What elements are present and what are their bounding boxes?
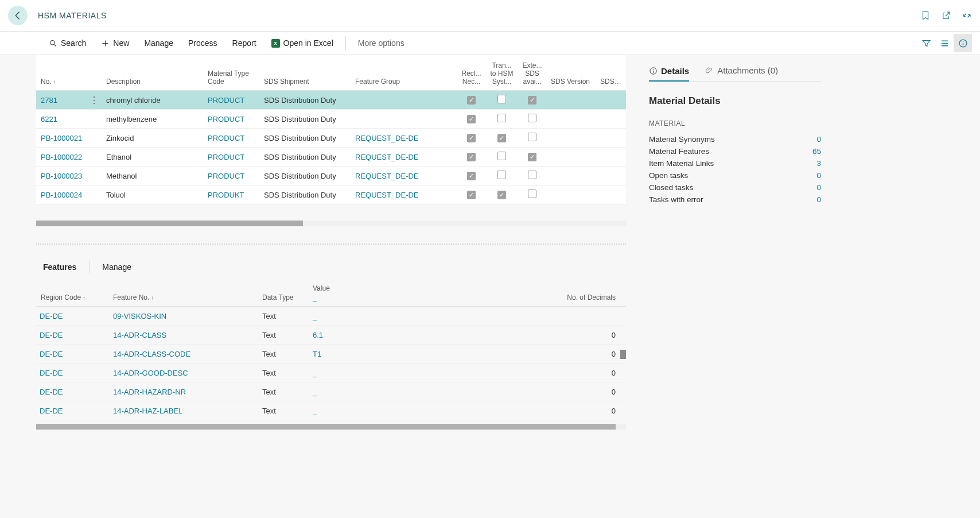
cell-material-type[interactable]: PRODUCT: [204, 153, 260, 161]
factbox-row-value[interactable]: 0: [816, 183, 821, 192]
cell-material-type[interactable]: PRODUCT: [204, 115, 260, 123]
material-no-link[interactable]: 6221: [41, 115, 57, 123]
factbox-tab-attachments[interactable]: Attachments (0): [705, 65, 778, 75]
manage-action[interactable]: Manage: [137, 32, 181, 55]
table-row[interactable]: PB-1000024ToluolPRODUKTSDS Distribution …: [36, 185, 626, 204]
cell-feature-group[interactable]: REQUEST_DE-DE: [352, 153, 456, 161]
col-value[interactable]: Value_: [309, 284, 562, 301]
checkbox-recl-nec[interactable]: [467, 153, 476, 161]
cell-feature-no[interactable]: 14-ADR-GOOD-DESC: [110, 369, 259, 377]
table-row[interactable]: DE-DE14-ADR-CLASS-CODETextT10: [36, 345, 626, 364]
col-recl-nec[interactable]: Recl... Nec...: [456, 69, 487, 86]
process-action[interactable]: Process: [181, 32, 225, 55]
material-no-link[interactable]: PB-1000021: [41, 134, 82, 142]
more-options-action[interactable]: More options: [351, 32, 412, 55]
col-sds-version[interactable]: SDS Version: [547, 78, 597, 86]
cell-material-type[interactable]: PRODUCT: [204, 96, 260, 105]
cell-feature-group[interactable]: REQUEST_DE-DE: [352, 134, 456, 142]
col-material-type-code[interactable]: Material Type Code: [204, 69, 260, 86]
cell-value[interactable]: 6.1: [309, 331, 562, 339]
cell-feature-group[interactable]: REQUEST_DE-DE: [352, 172, 456, 180]
col-feature-no[interactable]: Feature No.↑: [110, 293, 259, 301]
new-action[interactable]: New: [94, 32, 137, 55]
checkbox-recl-nec[interactable]: [467, 191, 476, 199]
table-row[interactable]: DE-DE14-ADR-CLASSText6.10: [36, 326, 626, 345]
material-no-link[interactable]: PB-1000024: [41, 191, 82, 199]
list-view-button[interactable]: [935, 34, 954, 52]
factbox-tab-details[interactable]: Details: [649, 65, 689, 82]
cell-feature-no[interactable]: 14-ADR-HAZARD-NR: [110, 388, 259, 396]
popout-icon[interactable]: [941, 10, 951, 21]
table-row[interactable]: PB-1000022EthanolPRODUCTSDS Distribution…: [36, 148, 626, 167]
cell-material-type[interactable]: PRODUCT: [204, 172, 260, 180]
row-menu-icon[interactable]: ⋮: [89, 95, 99, 106]
cell-feature-no[interactable]: 14-ADR-CLASS: [110, 331, 259, 339]
checkbox-recl-nec[interactable]: [467, 172, 476, 180]
cell-region-code[interactable]: DE-DE: [36, 350, 110, 358]
checkbox-exte-sds[interactable]: [528, 171, 536, 179]
checkbox-recl-nec[interactable]: [467, 134, 476, 142]
cell-value[interactable]: _: [309, 369, 562, 377]
col-description[interactable]: Description: [103, 78, 204, 86]
table-row[interactable]: DE-DE14-ADR-HAZ-LABELText_0: [36, 401, 626, 420]
checkbox-exte-sds[interactable]: [528, 190, 536, 198]
table-row[interactable]: 6221methylbenzenePRODUCTSDS Distribution…: [36, 110, 626, 129]
col-decimals[interactable]: No. of Decimals: [562, 293, 619, 301]
cell-region-code[interactable]: DE-DE: [36, 331, 110, 339]
checkbox-tran-hsm[interactable]: [497, 191, 506, 199]
grid-horizontal-scrollbar[interactable]: [36, 221, 626, 226]
cell-material-type[interactable]: PRODUCT: [204, 134, 260, 142]
col-region-code[interactable]: Region Code↑: [36, 293, 110, 301]
cell-value[interactable]: T1: [309, 350, 562, 358]
cell-feature-no[interactable]: 14-ADR-CLASS-CODE: [110, 350, 259, 358]
checkbox-recl-nec[interactable]: [467, 115, 476, 123]
cell-value[interactable]: _: [309, 407, 562, 415]
material-no-link[interactable]: PB-1000022: [41, 153, 82, 161]
cell-feature-no[interactable]: 09-VISKOS-KIN: [110, 312, 259, 320]
cell-region-code[interactable]: DE-DE: [36, 388, 110, 396]
table-row[interactable]: PB-1000021ZinkocidPRODUCTSDS Distributio…: [36, 129, 626, 148]
back-button[interactable]: [8, 6, 28, 25]
checkbox-tran-hsm[interactable]: [497, 95, 506, 103]
scrollbar-thumb[interactable]: [36, 221, 303, 226]
collapse-icon[interactable]: [962, 10, 972, 21]
tab-features[interactable]: Features: [36, 262, 83, 272]
cell-value[interactable]: _: [309, 312, 562, 320]
tab-manage[interactable]: Manage: [95, 262, 138, 272]
table-row[interactable]: DE-DE14-ADR-HAZARD-NRText_0: [36, 382, 626, 401]
checkbox-recl-nec[interactable]: [467, 96, 476, 105]
factbox-row-value[interactable]: 0: [816, 135, 821, 144]
checkbox-tran-hsm[interactable]: [497, 134, 506, 142]
bookmark-icon[interactable]: [920, 10, 931, 21]
cell-material-type[interactable]: PRODUKT: [204, 191, 260, 199]
cell-region-code[interactable]: DE-DE: [36, 312, 110, 320]
factbox-row-value[interactable]: 3: [816, 159, 821, 168]
material-no-link[interactable]: 2781: [41, 96, 57, 105]
checkbox-exte-sds[interactable]: [528, 153, 536, 161]
search-action[interactable]: Search: [41, 32, 94, 55]
material-no-link[interactable]: PB-1000023: [41, 172, 82, 180]
factbox-row-value[interactable]: 65: [812, 147, 821, 156]
col-tran-hsm[interactable]: Tran... to HSM Syst...: [487, 61, 517, 86]
checkbox-tran-hsm[interactable]: [497, 114, 506, 122]
checkbox-tran-hsm[interactable]: [497, 152, 506, 160]
filter-pane-button[interactable]: [917, 34, 935, 52]
open-in-excel-action[interactable]: x Open in Excel: [264, 32, 341, 55]
cell-feature-group[interactable]: REQUEST_DE-DE: [352, 191, 456, 199]
col-no[interactable]: No.↑: [36, 78, 103, 86]
features-horizontal-scrollbar[interactable]: [36, 424, 626, 430]
col-sds-subvers[interactable]: SDS Subvers: [597, 78, 625, 86]
col-feature-group[interactable]: Feature Group: [352, 78, 456, 86]
factbox-row-value[interactable]: 0: [816, 195, 821, 204]
factbox-toggle-button[interactable]: [954, 34, 972, 52]
table-row[interactable]: DE-DE09-VISKOS-KINText_: [36, 307, 626, 326]
cell-region-code[interactable]: DE-DE: [36, 407, 110, 415]
table-row[interactable]: PB-1000023MethanolPRODUCTSDS Distributio…: [36, 167, 626, 185]
cell-feature-no[interactable]: 14-ADR-HAZ-LABEL: [110, 407, 259, 415]
report-action[interactable]: Report: [225, 32, 264, 55]
checkbox-exte-sds[interactable]: [528, 114, 536, 122]
factbox-row-value[interactable]: 0: [816, 171, 821, 180]
col-exte-sds[interactable]: Exte... SDS avai...: [517, 61, 547, 86]
checkbox-exte-sds[interactable]: [528, 133, 536, 141]
features-vertical-scrollbar-thumb[interactable]: [620, 350, 626, 359]
